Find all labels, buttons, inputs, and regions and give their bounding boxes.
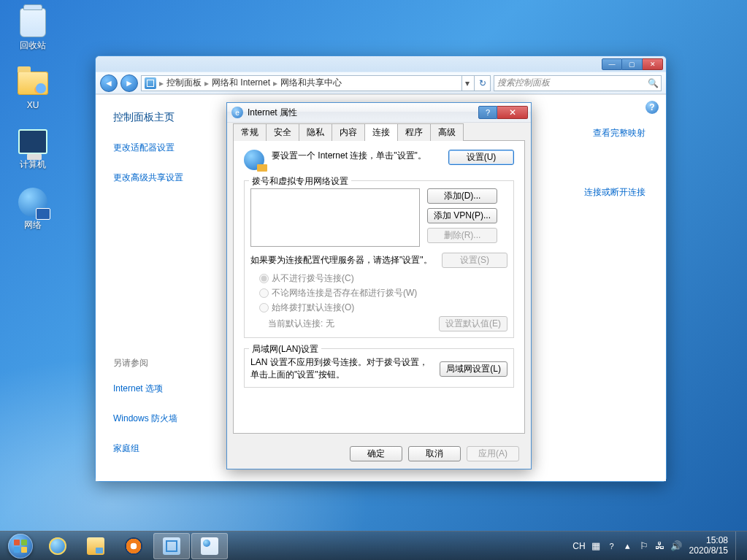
computer-icon bbox=[18, 129, 47, 154]
dialog-title: Internet 属性 bbox=[248, 107, 297, 119]
media-player-icon bbox=[125, 537, 142, 555]
breadcrumb[interactable]: 网络和共享中心 bbox=[280, 77, 342, 89]
maximize-button[interactable]: ▢ bbox=[622, 58, 643, 70]
recycle-bin-icon bbox=[20, 8, 46, 37]
desktop-label: 回收站 bbox=[20, 39, 46, 52]
tab-connections[interactable]: 连接 bbox=[365, 123, 398, 141]
start-button[interactable] bbox=[3, 532, 38, 560]
tab-strip: 常规 安全 隐私 内容 连接 程序 高级 bbox=[227, 123, 531, 140]
network-tray-icon[interactable]: 🖧 bbox=[654, 540, 666, 552]
action-center-icon[interactable]: ⚐ bbox=[638, 540, 650, 552]
taskbar-ie[interactable] bbox=[39, 533, 76, 559]
dialog-close-button[interactable]: ✕ bbox=[497, 106, 528, 119]
taskbar-internet-options[interactable] bbox=[191, 533, 228, 559]
network-icon bbox=[18, 188, 47, 217]
nav-forward-button[interactable]: ► bbox=[120, 74, 138, 92]
set-default-button: 设置默认值(E) bbox=[439, 316, 507, 331]
breadcrumb[interactable]: 网络和 Internet bbox=[212, 77, 270, 89]
lan-text: LAN 设置不应用到拨号连接。对于拨号设置，单击上面的"设置"按钮。 bbox=[250, 356, 432, 381]
dial-settings-button: 设置(S) bbox=[442, 253, 507, 268]
search-input[interactable]: 搜索控制面板 🔍 bbox=[494, 75, 662, 91]
sidebar-link-homegroup[interactable]: 家庭组 bbox=[113, 442, 229, 455]
volume-icon[interactable]: 🔊 bbox=[670, 540, 682, 552]
breadcrumb-bar[interactable]: ▸ 控制面板▸ 网络和 Internet▸ 网络和共享中心 ▾ ↻ bbox=[141, 75, 491, 91]
dial-legend: 拨号和虚拟专用网络设置 bbox=[249, 175, 351, 188]
ime-help-icon[interactable]: ? bbox=[606, 540, 618, 552]
folder-icon bbox=[18, 72, 48, 95]
help-icon[interactable]: ? bbox=[646, 101, 659, 114]
explorer-icon bbox=[87, 537, 104, 555]
ime-indicator[interactable]: CH bbox=[572, 541, 585, 551]
radio-dial-default bbox=[259, 303, 269, 312]
minimize-button[interactable]: — bbox=[602, 58, 622, 70]
lan-settings-button[interactable]: 局域网设置(L) bbox=[440, 361, 507, 377]
desktop-label: 计算机 bbox=[20, 158, 46, 171]
sidebar-link-internet-options[interactable]: Internet 选项 bbox=[113, 383, 229, 395]
setup-button[interactable]: 设置(U) bbox=[448, 150, 514, 165]
tab-privacy[interactable]: 隐私 bbox=[299, 123, 332, 141]
internet-properties-dialog: e Internet 属性 ? ✕ 常规 安全 隐私 内容 连接 程序 高级 要… bbox=[226, 102, 532, 469]
tab-advanced[interactable]: 高级 bbox=[431, 123, 464, 141]
search-icon: 🔍 bbox=[648, 78, 658, 88]
ime-pad-icon[interactable]: ▦ bbox=[590, 540, 602, 552]
show-desktop-button[interactable] bbox=[735, 532, 744, 561]
ie-icon bbox=[49, 537, 66, 555]
desktop-computer[interactable]: 计算机 bbox=[7, 126, 58, 171]
radio-never-dial bbox=[259, 274, 269, 283]
search-placeholder: 搜索控制面板 bbox=[497, 77, 550, 89]
desktop-recycle-bin[interactable]: 回收站 bbox=[7, 7, 58, 52]
connection-wizard-icon bbox=[244, 150, 264, 170]
internet-options-icon bbox=[201, 537, 218, 555]
desktop-label: 网络 bbox=[24, 219, 42, 231]
taskbar-control-panel[interactable] bbox=[153, 533, 190, 559]
link-connect-disconnect[interactable]: 连接或断开连接 bbox=[584, 186, 646, 199]
tray-clock[interactable]: 15:08 2020/8/15 bbox=[686, 536, 731, 556]
control-panel-icon bbox=[163, 537, 180, 555]
current-default-label: 当前默认连接: 无 bbox=[268, 318, 432, 330]
desktop-label: XU bbox=[27, 100, 39, 110]
proxy-text: 如果要为连接配置代理服务器，请选择"设置"。 bbox=[250, 254, 434, 266]
tray-chevron-icon[interactable]: ▴ bbox=[622, 540, 634, 552]
nav-back-button[interactable]: ◄ bbox=[100, 74, 118, 92]
desktop-network[interactable]: 网络 bbox=[7, 187, 58, 231]
sidebar-link-firewall[interactable]: Windows 防火墙 bbox=[113, 413, 229, 425]
close-button[interactable]: ✕ bbox=[643, 58, 663, 70]
tab-content[interactable]: 内容 bbox=[332, 123, 365, 141]
radio-dial-always bbox=[259, 288, 269, 298]
desktop-user-folder[interactable]: XU bbox=[7, 68, 58, 110]
add-button[interactable]: 添加(D)... bbox=[427, 188, 497, 204]
taskbar-media-player[interactable] bbox=[115, 533, 152, 559]
remove-button: 删除(R)... bbox=[427, 228, 497, 243]
apply-button: 应用(A) bbox=[467, 446, 519, 461]
taskbar-explorer[interactable] bbox=[77, 533, 114, 559]
add-vpn-button[interactable]: 添加 VPN(P)... bbox=[427, 208, 497, 223]
cancel-button[interactable]: 取消 bbox=[408, 446, 461, 461]
sidebar: 控制面板主页 更改适配器设置 更改高级共享设置 另请参阅 Internet 选项… bbox=[96, 95, 236, 481]
link-view-map[interactable]: 查看完整映射 bbox=[593, 127, 646, 139]
see-also-header: 另请参阅 bbox=[113, 357, 229, 369]
refresh-button[interactable]: ↻ bbox=[474, 75, 490, 91]
taskbar: CH ▦ ? ▴ ⚐ 🖧 🔊 15:08 2020/8/15 bbox=[0, 531, 747, 560]
dialog-help-button[interactable]: ? bbox=[478, 106, 497, 119]
breadcrumb[interactable]: 控制面板 bbox=[166, 77, 202, 89]
tab-general[interactable]: 常规 bbox=[233, 123, 267, 141]
tab-programs[interactable]: 程序 bbox=[398, 123, 431, 141]
sidebar-link-sharing[interactable]: 更改高级共享设置 bbox=[113, 172, 229, 184]
clock-date: 2020/8/15 bbox=[689, 546, 728, 556]
sidebar-header: 控制面板主页 bbox=[113, 111, 229, 124]
tab-security[interactable]: 安全 bbox=[267, 123, 299, 141]
lan-legend: 局域网(LAN)设置 bbox=[249, 343, 321, 356]
setup-text: 要设置一个 Internet 连接，单击"设置"。 bbox=[272, 150, 441, 162]
control-panel-icon bbox=[145, 77, 156, 89]
clock-time: 15:08 bbox=[689, 536, 728, 546]
dial-connections-list[interactable] bbox=[250, 188, 420, 247]
ok-button[interactable]: 确定 bbox=[350, 446, 402, 461]
sidebar-link-adapter[interactable]: 更改适配器设置 bbox=[113, 142, 229, 154]
dialog-icon: e bbox=[231, 107, 243, 118]
